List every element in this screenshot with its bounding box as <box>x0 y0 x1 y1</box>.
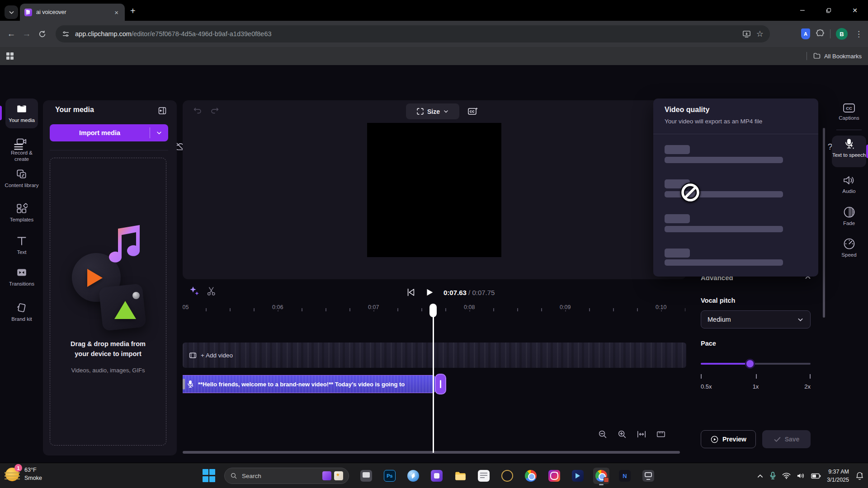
taskbar-icon-purple-app[interactable] <box>429 468 445 484</box>
taskbar-icon-notepad[interactable] <box>476 468 492 484</box>
sidebar-item-text[interactable]: Text <box>4 235 40 255</box>
sidebar-item-templates[interactable]: Templates <box>4 202 40 223</box>
media-dropzone[interactable]: Drag & drop media from your device to im… <box>50 158 166 446</box>
captions-icon: CC <box>831 103 867 113</box>
reload-icon[interactable] <box>34 26 50 42</box>
taskbar-icon-snipping-tool[interactable] <box>640 468 656 484</box>
weather-haze-icon: 1 <box>5 466 21 482</box>
tab-fade[interactable]: Fade <box>831 206 867 226</box>
redo-icon[interactable] <box>210 105 220 115</box>
site-settings-icon[interactable] <box>62 30 70 38</box>
browser-profile-avatar[interactable]: B <box>836 28 848 40</box>
split-scissors-icon[interactable] <box>206 286 217 297</box>
skip-to-start-icon[interactable] <box>406 287 416 297</box>
tray-speaker-icon[interactable] <box>797 472 805 479</box>
video-canvas[interactable] <box>367 123 501 257</box>
sidebar-item-transitions[interactable]: Transitions <box>4 267 40 287</box>
tray-notification-bell-icon[interactable]: z <box>855 471 864 481</box>
search-highlight-clapper-icon[interactable] <box>322 471 331 480</box>
sidebar-item-your-media[interactable]: Your media <box>4 103 40 123</box>
taskbar-icon-chrome[interactable] <box>523 468 539 484</box>
tab-audio[interactable]: Audio <box>831 174 867 194</box>
url-bar[interactable]: app.clipchamp.com/editor/e75f0678-4d5a-4… <box>56 25 770 42</box>
install-app-icon[interactable] <box>742 30 751 38</box>
zoom-out-icon[interactable] <box>597 428 609 440</box>
library-icon <box>4 168 40 180</box>
fit-to-screen-icon[interactable] <box>636 428 647 440</box>
zoom-in-icon[interactable] <box>616 428 628 440</box>
search-highlight-doc-icon[interactable] <box>334 471 343 480</box>
add-video-label[interactable]: + Add video <box>201 352 233 359</box>
tray-chevron-up-icon[interactable] <box>757 473 764 479</box>
playhead-line[interactable] <box>433 315 434 453</box>
taskbar-icon-chrome-active[interactable] <box>593 468 609 484</box>
taskbar-icon-app-window[interactable] <box>358 468 374 484</box>
auto-captions-button[interactable] <box>465 103 481 119</box>
taskbar-search[interactable]: Search <box>224 468 349 484</box>
taskbar-icon-gold-ring-app[interactable] <box>499 468 515 484</box>
new-tab-button[interactable]: + <box>130 6 136 15</box>
vocal-pitch-select[interactable]: Medium <box>701 310 811 328</box>
tab-speed[interactable]: Speed <box>831 238 867 258</box>
taskbar-icon-media-player[interactable] <box>570 468 586 484</box>
app-notification-dot <box>604 477 609 483</box>
collapse-panel-icon[interactable] <box>158 106 167 115</box>
tray-microphone-icon[interactable] <box>769 472 776 480</box>
taskbar-icon-dark-blue-app[interactable]: N <box>617 468 633 484</box>
weather-widget[interactable]: 1 63°F Smoke <box>5 466 42 482</box>
sidebar-item-brand-kit[interactable]: Brand kit <box>4 302 40 322</box>
panel-vertical-scrollbar[interactable] <box>823 128 825 318</box>
apps-grid-icon[interactable] <box>6 52 14 60</box>
clock-widget[interactable]: 9:37 AM 3/1/2025 <box>827 468 849 484</box>
search-icon <box>230 472 237 479</box>
taskbar-icon-photoshop[interactable]: Ps <box>382 468 398 484</box>
pace-slider-thumb[interactable] <box>745 359 755 369</box>
size-dropdown[interactable]: Size <box>406 103 459 119</box>
tray-battery-icon[interactable] <box>811 473 821 479</box>
app-header: Clipchamp ai voiceover Upgrade Export ? … <box>0 65 868 98</box>
back-icon[interactable]: ← <box>4 26 19 42</box>
tab-text-to-speech[interactable]: Text to speech <box>831 138 867 158</box>
browser-menu-icon[interactable]: ⋮ <box>853 29 864 39</box>
import-media-button[interactable]: Import media <box>50 124 168 141</box>
tts-audio-clip[interactable]: **Hello friends, welcome to a brand-new … <box>183 375 436 393</box>
forward-icon[interactable]: → <box>19 26 34 42</box>
pace-slider[interactable] <box>701 363 811 365</box>
bookmark-star-icon[interactable]: ☆ <box>756 29 764 39</box>
playhead-handle[interactable] <box>429 304 437 317</box>
tray-time: 9:37 AM <box>827 468 849 476</box>
preview-button[interactable]: Preview <box>701 430 756 448</box>
text-to-speech-icon <box>831 138 867 150</box>
mic-sparkle-icon <box>187 380 194 388</box>
browser-tab[interactable]: ai voiceover × <box>20 4 125 21</box>
tab-close-icon[interactable]: × <box>113 8 120 17</box>
popup-divider <box>653 134 818 134</box>
undo-icon[interactable] <box>193 105 203 115</box>
window-close-button[interactable]: ✕ <box>842 0 868 21</box>
clip-right-trim-handle[interactable] <box>435 374 446 394</box>
taskbar-icon-instagram[interactable] <box>546 468 562 484</box>
play-button[interactable] <box>425 287 434 297</box>
taskbar-icon-file-explorer[interactable] <box>452 468 468 484</box>
taskbar-icon-compass-browser[interactable] <box>405 468 421 484</box>
tab-search-button[interactable] <box>5 5 18 19</box>
timeline-horizontal-scrollbar[interactable] <box>183 451 680 454</box>
start-button[interactable] <box>203 469 216 483</box>
timeline-view-icon[interactable] <box>655 428 667 440</box>
sidebar-item-record-create[interactable]: Record & create <box>4 136 40 163</box>
video-track[interactable]: + Add video <box>183 343 686 368</box>
extensions-puzzle-icon[interactable] <box>816 29 825 38</box>
save-button[interactable]: Save <box>762 430 811 448</box>
sidebar-item-content-library[interactable]: Content library <box>4 168 40 188</box>
tab-captions[interactable]: CC Captions <box>831 103 867 121</box>
window-minimize-button[interactable] <box>789 0 816 21</box>
import-options-caret[interactable] <box>150 130 168 136</box>
window-maximize-button[interactable] <box>816 0 842 21</box>
clip-left-trim-handle[interactable] <box>183 379 185 389</box>
extension-shield-icon[interactable]: A <box>801 28 810 39</box>
ai-suggestions-icon[interactable] <box>189 286 201 297</box>
tray-wifi-icon[interactable] <box>782 472 791 479</box>
all-bookmarks[interactable]: All Bookmarks <box>807 52 862 60</box>
chevron-down-icon <box>797 316 804 323</box>
crop-icon <box>416 108 424 115</box>
